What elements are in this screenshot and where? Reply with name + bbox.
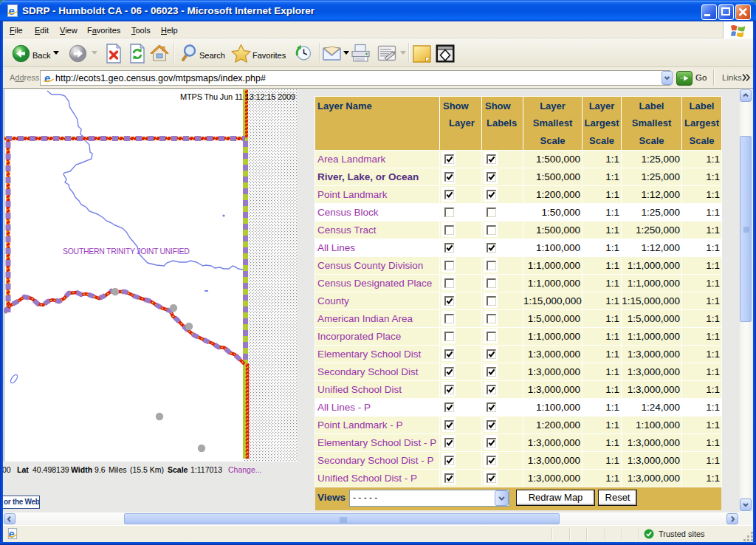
- svg-text:e: e: [44, 72, 50, 84]
- svg-text:e: e: [9, 528, 15, 540]
- svg-text:SOUTHERN TRINITY JOINT UNIFIED: SOUTHERN TRINITY JOINT UNIFIED: [63, 247, 190, 256]
- svg-text:MTPS Thu Jun 11 13:12:15 2009: MTPS Thu Jun 11 13:12:15 2009: [180, 92, 295, 101]
- svg-text:e: e: [9, 4, 15, 17]
